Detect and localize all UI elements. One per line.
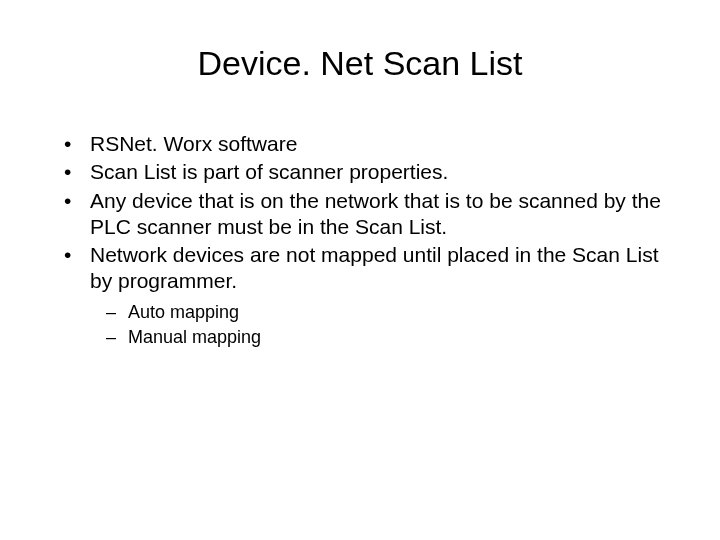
sub-bullet-list: Auto mapping Manual mapping: [50, 301, 670, 350]
bullet-list: RSNet. Worx software Scan List is part o…: [50, 131, 670, 295]
sub-bullet-item: Auto mapping: [50, 301, 670, 324]
bullet-item: Scan List is part of scanner properties.: [50, 159, 670, 185]
slide-title: Device. Net Scan List: [50, 44, 670, 83]
bullet-item: Network devices are not mapped until pla…: [50, 242, 670, 295]
bullet-item: Any device that is on the network that i…: [50, 188, 670, 241]
bullet-item: RSNet. Worx software: [50, 131, 670, 157]
sub-bullet-item: Manual mapping: [50, 326, 670, 349]
